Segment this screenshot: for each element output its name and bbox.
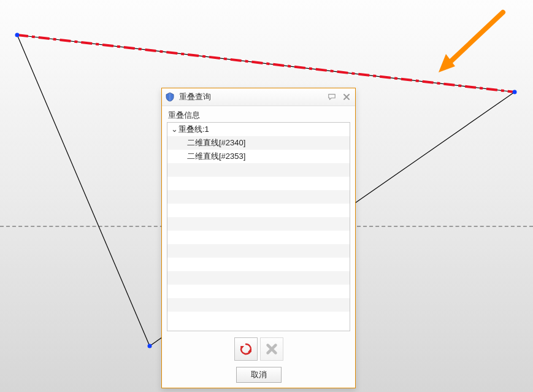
tree-root[interactable]: ⌄重叠线:1 — [167, 123, 350, 136]
close-icon[interactable] — [342, 92, 351, 102]
tree-empty-row — [167, 163, 350, 177]
tree-empty-row — [167, 217, 350, 231]
tree-empty-row — [167, 244, 350, 258]
overlap-tree[interactable]: ⌄重叠线:1 二维直线[#2340] 二维直线[#2353] — [167, 122, 350, 331]
cancel-button[interactable]: 取消 — [236, 367, 282, 383]
tree-empty-row — [167, 258, 350, 271]
tree-item-label: 二维直线[#2340] — [187, 138, 245, 147]
footer-row: 取消 — [162, 363, 355, 388]
annotation-arrow — [439, 12, 503, 72]
svg-point-5 — [148, 344, 152, 348]
svg-point-3 — [15, 33, 20, 37]
svg-line-0 — [17, 35, 515, 92]
refresh-icon — [239, 342, 253, 356]
tree-empty-row — [167, 271, 350, 285]
tree-item[interactable]: 二维直线[#2340] — [167, 136, 350, 150]
tree-empty-row — [167, 298, 350, 312]
dialog-title: 重叠查询 — [179, 91, 327, 102]
svg-marker-7 — [439, 54, 455, 72]
overlap-highlight — [17, 35, 515, 92]
tree-root-label: 重叠线:1 — [178, 125, 209, 134]
tree-item[interactable]: 二维直线[#2353] — [167, 150, 350, 163]
chevron-down-icon[interactable]: ⌄ — [171, 123, 178, 136]
delete-button — [260, 337, 283, 361]
refresh-button[interactable] — [234, 337, 258, 361]
tree-empty-row — [167, 285, 350, 298]
overlap-query-dialog: 重叠查询 重叠信息 ⌄重叠线:1 — [161, 88, 356, 388]
action-button-row — [162, 335, 355, 363]
section-label: 重叠信息 — [162, 106, 355, 122]
dialog-titlebar[interactable]: 重叠查询 — [162, 88, 355, 106]
x-icon — [265, 342, 278, 356]
svg-line-2 — [17, 35, 150, 346]
tree-empty-row — [167, 204, 350, 217]
svg-line-6 — [451, 12, 503, 61]
tree-empty-row — [167, 231, 350, 244]
tree-empty-row — [167, 177, 350, 190]
cad-canvas[interactable]: 重叠查询 重叠信息 ⌄重叠线:1 — [0, 0, 533, 392]
svg-point-4 — [513, 90, 517, 94]
tree-item-label: 二维直线[#2353] — [187, 152, 245, 161]
app-icon — [164, 91, 175, 102]
feedback-icon[interactable] — [327, 92, 337, 102]
tree-empty-row — [167, 190, 350, 204]
